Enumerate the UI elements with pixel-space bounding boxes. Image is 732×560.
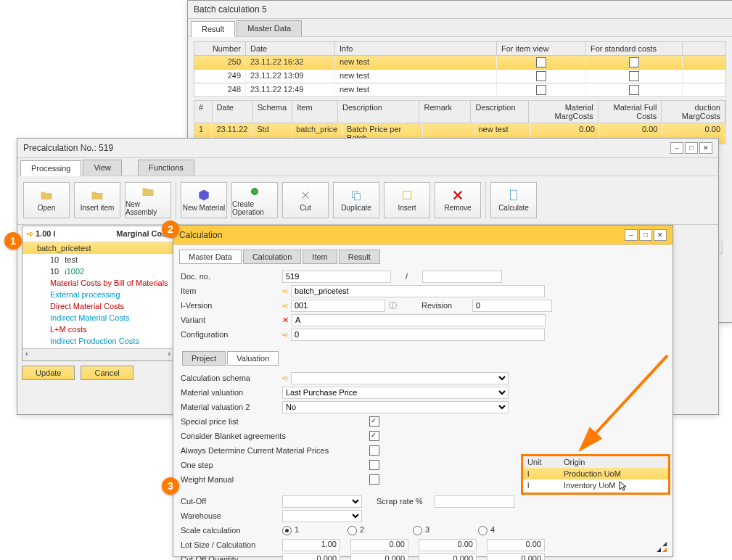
minimize-icon[interactable]: – bbox=[625, 229, 638, 241]
checkbox-stdcosts-3[interactable] bbox=[629, 85, 639, 95]
resize-grip-icon[interactable] bbox=[657, 542, 667, 552]
tab-result[interactable]: Result bbox=[191, 21, 235, 37]
link-arrow-icon[interactable]: ➪ bbox=[282, 301, 289, 310]
link-arrow-icon[interactable]: ➪ bbox=[282, 374, 289, 383]
numeric-input[interactable]: 0.00 bbox=[487, 539, 545, 551]
checkbox[interactable] bbox=[369, 416, 379, 427]
tree-item[interactable]: Material Costs by Bill of Materials bbox=[22, 277, 173, 289]
subtab-valuation[interactable]: Valuation bbox=[227, 351, 279, 366]
scale-radio-4[interactable] bbox=[478, 526, 488, 535]
batch-tabs: Result Master Data bbox=[188, 19, 732, 37]
scale-radio-1[interactable] bbox=[282, 526, 292, 535]
schema-select[interactable] bbox=[291, 372, 509, 384]
calculate-button[interactable]: Calculate bbox=[490, 182, 537, 218]
batch-row-2[interactable]: 249 23.11.22 13:09 new test bbox=[194, 70, 726, 83]
svg-rect-3 bbox=[403, 192, 411, 199]
tree-scroll-h[interactable]: ‹› bbox=[22, 348, 173, 361]
scrap-label: Scrap rate % bbox=[377, 497, 435, 506]
tree-item[interactable]: L+M costs bbox=[22, 324, 173, 335]
new-material-button[interactable]: New Material bbox=[181, 182, 227, 218]
matval2-select[interactable]: No bbox=[282, 401, 509, 413]
cut-button[interactable]: Cut bbox=[282, 182, 329, 218]
new-assembly-button[interactable]: New Assembly bbox=[125, 182, 171, 218]
docno-input[interactable] bbox=[282, 271, 391, 283]
numeric-input[interactable]: 0.00 bbox=[419, 539, 477, 551]
scale-radio-2[interactable] bbox=[348, 526, 357, 535]
precalc-tree-panel: ➪ 1.00 l Marginal Cost batch_pricetest 1… bbox=[22, 226, 174, 384]
tree-header: ➪ 1.00 l Marginal Cost bbox=[22, 226, 173, 242]
tab-processing[interactable]: Processing bbox=[20, 160, 81, 176]
numeric-input[interactable]: 0.00 bbox=[350, 539, 408, 551]
tab-view[interactable]: View bbox=[83, 160, 122, 176]
col-info: Info bbox=[335, 42, 497, 55]
scrap-input[interactable] bbox=[435, 495, 514, 508]
numeric-input[interactable]: 0.000 bbox=[487, 553, 545, 561]
duplicate-button[interactable]: Duplicate bbox=[333, 182, 379, 218]
maximize-icon[interactable]: □ bbox=[685, 142, 698, 154]
update-button[interactable]: Update bbox=[22, 366, 75, 380]
tab-result[interactable]: Result bbox=[339, 250, 380, 264]
checkbox-stdcosts-1[interactable] bbox=[629, 57, 639, 67]
checkbox-itemview-3[interactable] bbox=[536, 85, 546, 95]
matval-select[interactable]: Last Purchase Price bbox=[282, 387, 509, 399]
subtab-project[interactable]: Project bbox=[182, 351, 226, 366]
insert-item-button[interactable]: Insert item bbox=[74, 182, 120, 218]
checkbox-itemview-2[interactable] bbox=[536, 71, 546, 81]
close-icon[interactable]: ✕ bbox=[699, 142, 712, 154]
tree-item[interactable]: External processing bbox=[22, 289, 173, 300]
tab-item[interactable]: Item bbox=[303, 250, 337, 264]
checkbox[interactable] bbox=[369, 460, 379, 470]
calc-window-buttons: – □ ✕ bbox=[625, 229, 667, 241]
warehouse-select[interactable] bbox=[282, 510, 362, 522]
folder-icon bbox=[91, 189, 104, 202]
checkbox[interactable] bbox=[369, 445, 379, 456]
cancel-button[interactable]: Cancel bbox=[81, 366, 133, 380]
config-input[interactable] bbox=[291, 329, 545, 341]
variant-input[interactable] bbox=[292, 314, 546, 326]
tree-item[interactable]: 10i1002 bbox=[22, 265, 173, 277]
popup-row-production[interactable]: lProduction UoM bbox=[523, 468, 668, 479]
cutoff-select[interactable] bbox=[282, 495, 362, 508]
calc-form-top: Doc. no./ Item➪ I-Version➪ⓘRevision Vari… bbox=[173, 264, 673, 347]
checkbox-stdcosts-2[interactable] bbox=[629, 71, 639, 81]
link-arrow-icon[interactable]: ➪ bbox=[282, 330, 289, 339]
insert-icon bbox=[400, 189, 414, 202]
info-icon[interactable]: ⓘ bbox=[385, 300, 400, 311]
tree-item[interactable]: Direct Material Costs bbox=[22, 300, 173, 312]
tab-functions[interactable]: Functions bbox=[138, 160, 194, 176]
link-arrow-icon[interactable]: ➪ bbox=[282, 287, 289, 296]
numeric-input[interactable]: 1.00 bbox=[282, 539, 340, 551]
remove-button[interactable]: Remove bbox=[435, 182, 481, 218]
checkbox-itemview-1[interactable] bbox=[536, 57, 546, 67]
scale-radio-3[interactable] bbox=[413, 526, 422, 535]
tree-item[interactable]: Indirect Production Costs bbox=[22, 335, 173, 347]
iversion-label: I-Version bbox=[181, 301, 282, 310]
checkbox[interactable] bbox=[369, 431, 379, 441]
tab-calculation[interactable]: Calculation bbox=[243, 250, 301, 264]
close-icon[interactable]: ✕ bbox=[654, 229, 667, 241]
popup-row-inventory[interactable]: lInventory UoM bbox=[523, 479, 668, 493]
tab-master-data[interactable]: Master Data bbox=[179, 250, 242, 264]
numeric-input[interactable]: 0.000 bbox=[419, 553, 477, 561]
docno-input-2[interactable] bbox=[422, 271, 502, 283]
tree-item[interactable]: Indirect Material Costs bbox=[22, 312, 173, 324]
batch-row-1[interactable]: 250 23.11.22 16:32 new test bbox=[194, 56, 726, 70]
numeric-input[interactable]: 0.000 bbox=[282, 553, 340, 561]
numeric-input[interactable]: 0.000 bbox=[350, 553, 408, 561]
schema-label: Calculation schema bbox=[181, 374, 282, 382]
item-input[interactable] bbox=[291, 285, 545, 297]
maximize-icon[interactable]: □ bbox=[639, 229, 652, 241]
calc-titlebar[interactable]: Calculation – □ ✕ bbox=[173, 226, 673, 245]
iversion-input[interactable] bbox=[291, 300, 385, 312]
tree-item[interactable]: 10test bbox=[22, 254, 173, 265]
assembly-icon bbox=[141, 185, 155, 198]
open-button[interactable]: Open bbox=[23, 182, 70, 218]
checkbox[interactable] bbox=[369, 474, 379, 485]
tree-root[interactable]: batch_pricetest bbox=[22, 242, 173, 254]
insert-button[interactable]: Insert bbox=[384, 182, 430, 218]
minimize-icon[interactable]: – bbox=[670, 142, 683, 154]
batch-row-3[interactable]: 248 23.11.22 12:49 new test bbox=[194, 83, 726, 97]
create-operation-button[interactable]: Create Operation bbox=[231, 182, 278, 218]
revision-input[interactable] bbox=[472, 300, 552, 312]
tab-master-data[interactable]: Master Data bbox=[237, 20, 302, 36]
